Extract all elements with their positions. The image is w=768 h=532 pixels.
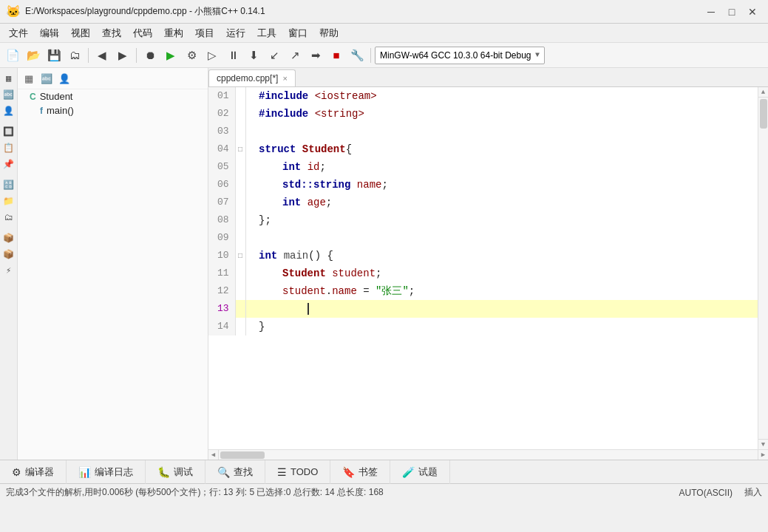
scrollbar-down-button[interactable]: ▼ <box>758 439 769 449</box>
sidebar-icon-12[interactable]: ⚡ <box>1 263 16 278</box>
bottom-tabs: ⚙ 编译器 📊 编译日志 🐛 调试 🔍 查找 ☰ TODO 🔖 书签 🧪 试题 <box>0 460 768 483</box>
menu-run[interactable]: 运行 <box>220 25 251 41</box>
sidebar-icon-1[interactable]: ▦ <box>1 71 16 86</box>
compile-button[interactable]: ⚙ <box>182 46 201 65</box>
sidebar-icon-4[interactable]: 🔲 <box>1 124 16 139</box>
menu-refactor[interactable]: 重构 <box>158 25 189 41</box>
pause-button[interactable]: ⏸ <box>223 46 242 65</box>
sidebar-icon-3[interactable]: 👤 <box>1 103 16 118</box>
line-number: 14 <box>208 318 235 335</box>
vertical-scrollbar[interactable]: ▲ ▼ <box>758 87 768 449</box>
menu-view[interactable]: 视图 <box>65 25 96 41</box>
code-line[interactable]: } <box>256 318 758 335</box>
sidebar-icon-11[interactable]: 📦 <box>1 247 16 262</box>
tree-item-main[interactable]: f main() <box>18 103 208 117</box>
code-line[interactable]: int main() { <box>256 247 758 265</box>
step-into-button[interactable]: ↙ <box>265 46 284 65</box>
horizontal-scrollbar[interactable]: ◀ ▶ <box>208 449 768 460</box>
app-icon: 🐱 <box>6 4 21 19</box>
stop-button[interactable]: ■ <box>327 46 346 65</box>
sidebar-icon-7[interactable]: 🔠 <box>1 177 16 192</box>
bottom-tab-build-log[interactable]: 📊 编译日志 <box>67 460 146 484</box>
code-line[interactable]: int age; <box>256 194 758 211</box>
menu-tools[interactable]: 工具 <box>251 25 282 41</box>
indent-indicator <box>245 176 256 194</box>
menu-help[interactable]: 帮助 <box>313 25 344 41</box>
bottom-tab-bookmark[interactable]: 🔖 书签 <box>330 460 390 484</box>
maximize-button[interactable]: □ <box>722 4 741 19</box>
scrollbar-thumb[interactable] <box>760 99 767 129</box>
run-button[interactable]: ▷ <box>203 46 222 65</box>
step-out-button[interactable]: ↗ <box>285 46 305 65</box>
menu-find[interactable]: 查找 <box>96 25 127 41</box>
hscroll-track[interactable] <box>219 450 758 460</box>
title-text: E:/Workspaces/playground/cppdemo.cpp - 小… <box>25 5 700 18</box>
code-line[interactable]: #include <iostream> <box>256 87 758 105</box>
menu-window[interactable]: 窗口 <box>282 25 313 41</box>
indent-indicator <box>245 123 256 140</box>
code-line[interactable]: Student student; <box>256 265 758 282</box>
line-number: 10 <box>208 247 235 265</box>
status-text: 完成3个文件的解析,用时0.006秒 (每秒500个文件)；行: 13 列: 5… <box>6 486 384 499</box>
sidebar-icon-6[interactable]: 📌 <box>1 157 16 171</box>
tree-btn-2[interactable]: 🔤 <box>38 70 55 86</box>
sidebar-icon-5[interactable]: 📋 <box>1 140 16 155</box>
tree-btn-1[interactable]: ▦ <box>21 70 37 86</box>
menu-file[interactable]: 文件 <box>3 25 34 41</box>
indent-indicator <box>245 282 256 300</box>
tab-close-button[interactable]: × <box>282 74 287 83</box>
sidebar-icon-9[interactable]: 🗂 <box>1 210 16 225</box>
menu-edit[interactable]: 编辑 <box>34 25 65 41</box>
hscroll-left-button[interactable]: ◀ <box>208 450 219 460</box>
save-all-button[interactable]: 🗂 <box>65 46 84 65</box>
forward-button[interactable]: ▶ <box>113 46 132 65</box>
build-config-combo[interactable]: MinGW-w64 GCC 10.3.0 64-bit Debug ▼ <box>375 47 545 64</box>
menu-code[interactable]: 代码 <box>127 25 158 41</box>
sidebar-icon-2[interactable]: 🔤 <box>1 87 16 102</box>
code-line[interactable]: }; <box>256 211 758 229</box>
scrollbar-up-button[interactable]: ▲ <box>758 87 769 98</box>
fold-button[interactable]: □ <box>235 247 245 265</box>
code-line[interactable] <box>256 123 758 140</box>
bottom-tab-debug[interactable]: 🐛 调试 <box>146 460 205 484</box>
tree-btn-3[interactable]: 👤 <box>56 70 72 86</box>
build-config-label: MinGW-w64 GCC 10.3.0 64-bit Debug <box>380 50 531 61</box>
open-button[interactable]: 📂 <box>24 46 43 65</box>
run-to-cursor-button[interactable]: ➡ <box>306 46 325 65</box>
code-line[interactable]: std::string name; <box>256 176 758 194</box>
close-button[interactable]: ✕ <box>743 4 762 19</box>
hscroll-thumb[interactable] <box>220 451 265 459</box>
code-line[interactable]: #include <string> <box>256 105 758 123</box>
line-number: 04 <box>208 140 235 158</box>
bottom-tab-problem-label: 试题 <box>418 466 438 479</box>
step-button[interactable]: ⬇ <box>244 46 263 65</box>
sidebar-group3: 🔠 📁 🗂 <box>1 177 16 225</box>
code-line[interactable]: student.name = "张三"; <box>256 282 758 300</box>
bottom-tab-find[interactable]: 🔍 查找 <box>205 460 265 484</box>
tree-item-student[interactable]: C Student <box>18 89 208 103</box>
bottom-tab-compiler[interactable]: ⚙ 编译器 <box>0 460 67 484</box>
sidebar-icon-10[interactable]: 📦 <box>1 231 16 245</box>
code-line[interactable]: int id; <box>256 158 758 176</box>
code-line[interactable] <box>256 229 758 247</box>
record-button[interactable]: ⏺ <box>140 46 160 65</box>
indent-indicator <box>245 318 256 335</box>
menu-project[interactable]: 项目 <box>189 25 220 41</box>
hscroll-right-button[interactable]: ▶ <box>758 450 768 460</box>
editor-tab-cppdemo[interactable]: cppdemo.cpp[*] × <box>208 69 296 86</box>
fold-button[interactable]: □ <box>235 140 245 158</box>
code-editor[interactable]: 01#include <iostream>02#include <string>… <box>208 87 758 449</box>
code-line[interactable]: struct Student{ <box>256 140 758 158</box>
extra-button[interactable]: 🔧 <box>347 46 367 65</box>
back-button[interactable]: ◀ <box>92 46 112 65</box>
new-file-button[interactable]: 📄 <box>3 46 22 65</box>
bottom-tab-problem[interactable]: 🧪 试题 <box>390 460 450 484</box>
save-button[interactable]: 💾 <box>44 46 64 65</box>
compile-run-button[interactable]: ▶ <box>161 46 180 65</box>
indent-indicator <box>245 158 256 176</box>
minimize-button[interactable]: ─ <box>701 4 721 19</box>
bottom-tab-todo[interactable]: ☰ TODO <box>265 460 330 484</box>
code-line[interactable] <box>256 300 758 318</box>
encoding-label: AUTO(ASCII) <box>679 488 733 498</box>
sidebar-icon-8[interactable]: 📁 <box>1 194 16 208</box>
